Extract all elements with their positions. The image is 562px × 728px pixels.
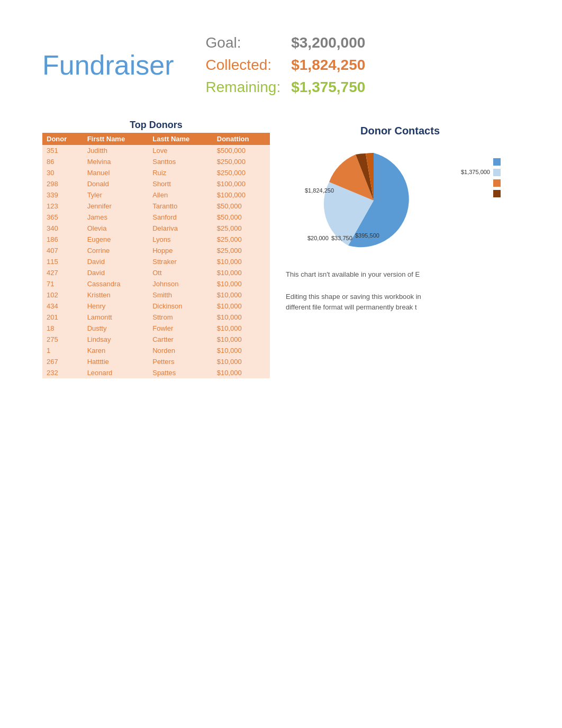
table-row: 407 Corrine Hoppe $25,000	[42, 245, 270, 256]
table-row: 1 Karen Norden $10,000	[42, 345, 270, 356]
cell-last-name: Smitth	[148, 289, 213, 301]
chart-note-line3: different file format will permanently b…	[286, 302, 514, 313]
table-row: 186 Eugene Lyons $25,000	[42, 234, 270, 245]
cell-donor-id: 407	[42, 245, 83, 256]
stats-values: $3,200,000 $1,824,250 $1,375,750	[291, 32, 365, 98]
main-content: Top Donors Donor Firstt Name Lastt Name …	[42, 120, 520, 378]
cell-donation: $50,000	[213, 201, 270, 212]
cell-first-name: Kristten	[83, 289, 149, 301]
label-seg3: $395,500	[355, 232, 379, 239]
label-seg5: $20,000	[307, 235, 329, 241]
cell-donation: $500,000	[213, 145, 270, 156]
legend-item-4	[493, 190, 501, 197]
label-remaining: $1,375,000	[461, 169, 490, 175]
cell-first-name: Corrine	[83, 245, 149, 256]
cell-donor-id: 86	[42, 156, 83, 167]
table-row: 339 Tyler Allen $100,000	[42, 189, 270, 201]
cell-last-name: Ott	[148, 267, 213, 278]
cell-last-name: Ruiz	[148, 167, 213, 178]
table-header-row: Donor Firstt Name Lastt Name Donattion	[42, 133, 270, 145]
cell-donation: $10,000	[213, 345, 270, 356]
cell-donor-id: 115	[42, 256, 83, 267]
legend-item-1	[493, 158, 501, 166]
chart-section: Donor Contacts	[280, 120, 520, 378]
chart-legend	[493, 158, 501, 197]
cell-first-name: Juditth	[83, 145, 149, 156]
table-row: 71 Cassandra Johnson $10,000	[42, 278, 270, 289]
cell-first-name: James	[83, 212, 149, 223]
cell-donor-id: 365	[42, 212, 83, 223]
col-last-name: Lastt Name	[148, 133, 213, 145]
table-row: 275 Lindsay Cartter $10,000	[42, 334, 270, 345]
cell-donor-id: 232	[42, 367, 83, 378]
cell-donation: $10,000	[213, 256, 270, 267]
cell-last-name: Hoppe	[148, 245, 213, 256]
cell-first-name: Tyler	[83, 189, 149, 201]
cell-donation: $10,000	[213, 367, 270, 378]
table-row: 201 Lamontt Sttrom $10,000	[42, 312, 270, 323]
cell-donation: $100,000	[213, 189, 270, 201]
cell-first-name: Manuel	[83, 167, 149, 178]
cell-donor-id: 434	[42, 301, 83, 312]
col-donor: Donor	[42, 133, 83, 145]
cell-first-name: Henry	[83, 301, 149, 312]
cell-last-name: Love	[148, 145, 213, 156]
cell-donation: $250,000	[213, 156, 270, 167]
cell-donor-id: 427	[42, 267, 83, 278]
cell-first-name: Cassandra	[83, 278, 149, 289]
stats-labels: Goal: Collected: Remaining:	[206, 32, 281, 98]
cell-donor-id: 298	[42, 178, 83, 189]
cell-first-name: Karen	[83, 345, 149, 356]
cell-first-name: David	[83, 267, 149, 278]
goal-value: $3,200,000	[291, 32, 365, 54]
pie-chart-svg	[305, 142, 453, 259]
cell-donor-id: 339	[42, 189, 83, 201]
cell-donor-id: 201	[42, 312, 83, 323]
goal-label: Goal:	[206, 32, 281, 54]
chart-note: This chart isn't available in your versi…	[286, 269, 514, 313]
cell-first-name: Jennifer	[83, 201, 149, 212]
chart-note-line1: This chart isn't available in your versi…	[286, 269, 514, 280]
col-first-name: Firstt Name	[83, 133, 149, 145]
cell-last-name: Spattes	[148, 367, 213, 378]
legend-color-2	[493, 169, 501, 176]
cell-first-name: Hattttie	[83, 356, 149, 367]
table-row: 123 Jennifer Tarantto $50,000	[42, 201, 270, 212]
cell-donor-id: 340	[42, 223, 83, 234]
chart-area: $1,824,250 $1,375,000 $395,500 $33,750 $…	[305, 142, 495, 261]
cell-last-name: Santtos	[148, 156, 213, 167]
cell-first-name: Donald	[83, 178, 149, 189]
cell-donor-id: 18	[42, 323, 83, 334]
donors-section: Top Donors Donor Firstt Name Lastt Name …	[42, 120, 270, 378]
legend-color-1	[493, 158, 501, 166]
cell-donation: $10,000	[213, 278, 270, 289]
cell-last-name: Allen	[148, 189, 213, 201]
cell-donor-id: 351	[42, 145, 83, 156]
cell-donor-id: 30	[42, 167, 83, 178]
legend-color-3	[493, 179, 501, 187]
cell-last-name: Lyons	[148, 234, 213, 245]
cell-first-name: David	[83, 256, 149, 267]
table-row: 434 Henry Dickinson $10,000	[42, 301, 270, 312]
cell-first-name: Leonard	[83, 367, 149, 378]
cell-last-name: Norden	[148, 345, 213, 356]
table-row: 102 Kristten Smitth $10,000	[42, 289, 270, 301]
cell-donor-id: 275	[42, 334, 83, 345]
table-row: 86 Melvina Santtos $250,000	[42, 156, 270, 167]
cell-donation: $10,000	[213, 289, 270, 301]
table-row: 340 Olevia Delariva $25,000	[42, 223, 270, 234]
cell-first-name: Olevia	[83, 223, 149, 234]
cell-donor-id: 1	[42, 345, 83, 356]
donors-title: Top Donors	[42, 120, 270, 131]
label-collected: $1,824,250	[305, 187, 334, 194]
chart-note-line2: Editing this shape or saving this workbo…	[286, 292, 514, 303]
cell-donation: $25,000	[213, 223, 270, 234]
cell-first-name: Dustty	[83, 323, 149, 334]
cell-last-name: Tarantto	[148, 201, 213, 212]
col-donation: Donattion	[213, 133, 270, 145]
cell-last-name: Johnson	[148, 278, 213, 289]
cell-first-name: Lamontt	[83, 312, 149, 323]
table-row: 232 Leonard Spattes $10,000	[42, 367, 270, 378]
table-row: 267 Hattttie Petters $10,000	[42, 356, 270, 367]
page: Fundraiser Goal: Collected: Remaining: $…	[0, 0, 562, 728]
